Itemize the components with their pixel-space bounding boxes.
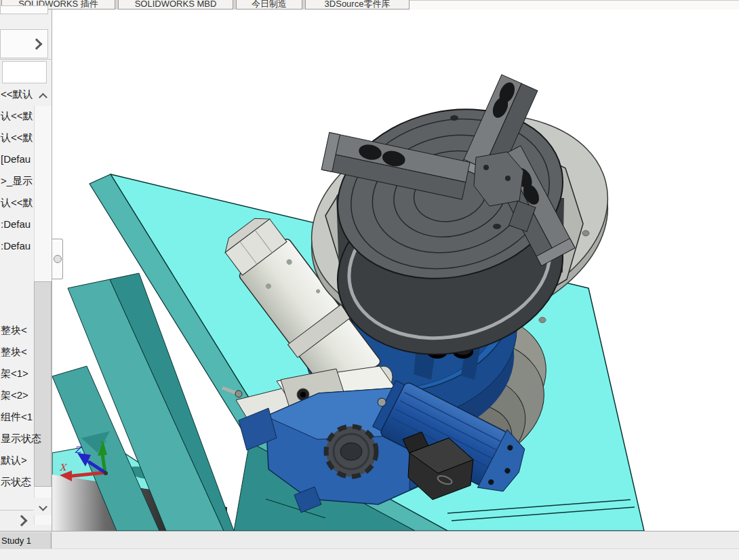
tree-item[interactable]: >_显示 <box>1 175 33 190</box>
solidworks-window: SOLIDWORKS 插件 SOLIDWORKS MBD 今日制造 3DSour… <box>0 0 739 560</box>
feature-manager-panel: <<默认 认<<默 认<<默 [Defau >_显示 认<<默 :Defau :… <box>0 9 52 531</box>
tree-item[interactable]: 组件<1 <box>1 411 33 426</box>
tree-item[interactable]: 架<1> <box>1 367 28 382</box>
tree-item[interactable]: :Defau <box>1 240 31 255</box>
tree-item[interactable]: 架<2> <box>1 389 28 404</box>
panel-expand-button[interactable] <box>0 29 48 58</box>
tree-box-divider <box>0 59 52 60</box>
tree-item[interactable]: :Defau <box>1 218 31 233</box>
panel-splitter-handle[interactable] <box>52 239 63 279</box>
tab-manufacture-today[interactable]: 今日制造 <box>236 0 302 9</box>
tree-item[interactable]: [Defau <box>1 153 31 168</box>
chevron-down-icon <box>39 502 47 511</box>
tab-3dsource-parts[interactable]: 3DSource零件库 <box>305 0 410 9</box>
tree-item[interactable]: 示状态 <box>1 476 31 491</box>
tab-solidworks-mbd[interactable]: SOLIDWORKS MBD <box>118 0 233 9</box>
splitter-grip-dot <box>54 255 62 263</box>
tree-item[interactable]: 整块< <box>1 346 27 361</box>
chevron-right-icon <box>16 515 28 527</box>
tree-item[interactable]: 默认> <box>1 454 27 469</box>
tree-item[interactable]: 显示状态 <box>1 433 41 447</box>
tree-item[interactable]: 整块< <box>1 324 27 339</box>
graphics-area[interactable]: X Y Z <box>52 9 739 531</box>
motion-study-tab[interactable]: Study 1 <box>0 532 52 549</box>
motion-study-tab-bar: Study 1 <box>0 531 739 548</box>
tab-strip-empty-area <box>410 0 739 9</box>
panel-top-box <box>0 5 48 14</box>
tree-item[interactable]: 认<<默 <box>1 197 33 212</box>
tree-scrollbar-thumb[interactable] <box>34 281 52 487</box>
tree-filter-box[interactable] <box>2 61 47 83</box>
tree-item[interactable]: 认<<默 <box>1 132 33 146</box>
chevron-up-icon <box>39 93 47 102</box>
chevron-right-icon <box>31 38 43 49</box>
tree-scroll-down[interactable] <box>34 498 52 515</box>
status-bar <box>0 548 739 560</box>
tree-scroll-up[interactable] <box>34 88 52 106</box>
tree-item[interactable]: 认<<默 <box>1 110 33 125</box>
tree-item[interactable]: <<默认 <box>1 88 33 103</box>
command-tab-strip: SOLIDWORKS 插件 SOLIDWORKS MBD 今日制造 3DSour… <box>0 0 410 9</box>
